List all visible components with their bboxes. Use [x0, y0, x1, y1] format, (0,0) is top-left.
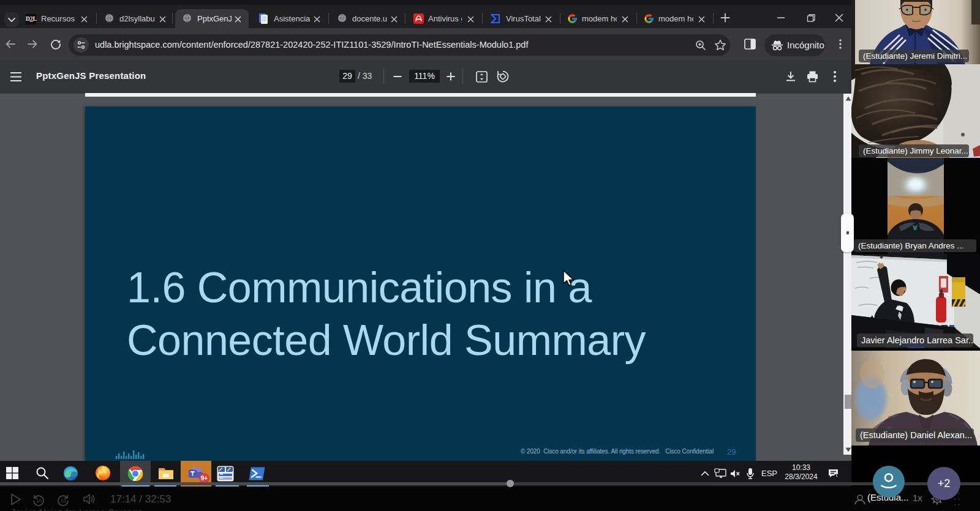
svg-text:10: 10: [36, 498, 42, 504]
svg-text:10: 10: [61, 498, 66, 504]
